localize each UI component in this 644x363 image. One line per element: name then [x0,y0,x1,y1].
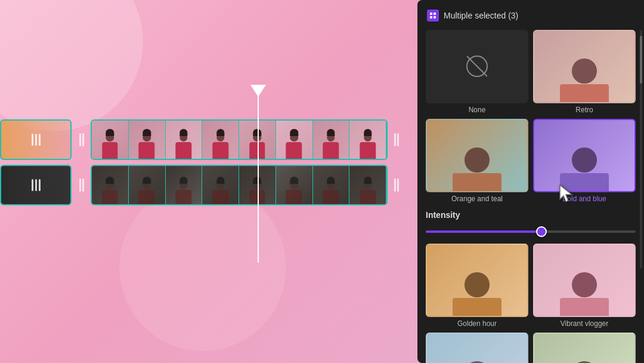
intensity-slider-container[interactable] [426,226,636,238]
frame-1-8 [349,121,386,159]
track-2-main[interactable] [91,165,388,205]
filter-grid: None Retro [426,30,636,203]
track-2-handle[interactable] [0,165,72,205]
track-2-frames [92,166,386,204]
filter-thumb-more2 [533,333,636,363]
frame-2-1 [92,166,129,204]
filter-golden-hour[interactable]: Golden hour [426,244,528,328]
intensity-slider-track [426,230,636,233]
track-1-handle-icon [32,134,41,146]
panel-title: Multiple selected (3) [444,11,518,20]
filter-label-vibrant-vlogger: Vibrant vlogger [561,319,609,328]
frame-1-1 [92,121,129,159]
track-1-frames [92,121,386,159]
filter-retro[interactable]: Retro [533,30,636,114]
filter-thumb-retro [533,30,636,103]
filter-label-golden-hour: Golden hour [457,319,497,328]
filter-panel: Multiple selected (3) None [417,0,644,363]
panel-scrollbar-thumb [640,36,642,84]
playhead-head [250,85,266,97]
filter-none[interactable]: None [426,30,528,114]
panel-header-icon [427,10,439,21]
frame-2-7 [313,166,350,204]
panel-header: Multiple selected (3) [417,0,644,30]
frame-1-2 [129,121,166,159]
filter-bold-blue[interactable]: Bold and blue [533,119,636,203]
track-1 [0,119,405,160]
frame-1-6 [276,121,313,159]
filter-label-none: None [469,106,486,114]
none-icon [466,56,488,77]
track-2 [0,165,405,205]
intensity-section: Intensity [426,203,636,244]
filter-thumb-vibrant-vlogger [533,244,636,317]
track-1-main[interactable] [91,119,388,160]
svg-rect-0 [430,13,432,15]
filter-thumb-more1 [426,333,528,363]
filter-thumb-golden-hour [426,244,528,317]
track-2-left-handle[interactable] [73,165,91,205]
track-2-handle-icon [32,179,41,191]
track-2-right-handle[interactable] [388,165,405,205]
frame-2-3 [166,166,203,204]
panel-scroll-area[interactable]: None Retro [417,30,644,363]
tracks-container [0,119,405,210]
frame-1-4 [202,121,239,159]
frame-2-6 [276,166,313,204]
frame-1-7 [313,121,350,159]
intensity-slider-fill [426,230,541,233]
filter-more2[interactable]: Fresh [533,333,636,363]
filter-thumb-orange-teal [426,119,528,192]
filter-label-retro: Retro [575,106,593,114]
filter-grid-2: Golden hour Vibrant vlogger [426,244,636,363]
playhead[interactable] [258,96,259,263]
cursor-pointer [559,184,575,205]
frame-2-2 [129,166,166,204]
filter-thumb-none [426,30,528,103]
frame-1-3 [166,121,203,159]
track-1-right-handle[interactable] [388,119,405,160]
frame-2-8 [349,166,386,204]
panel-scrollbar[interactable] [640,30,642,269]
filter-orange-teal[interactable]: Orange and teal [426,119,528,203]
svg-rect-3 [434,16,436,19]
intensity-label: Intensity [426,210,636,220]
svg-rect-1 [434,13,436,15]
track-1-left-handle[interactable] [73,119,91,160]
timeline-area [0,0,405,363]
filter-vibrant-vlogger[interactable]: Vibrant vlogger [533,244,636,328]
svg-marker-4 [560,185,572,202]
intensity-slider-thumb[interactable] [536,226,547,237]
track-1-handle[interactable] [0,119,72,160]
frame-2-4 [202,166,239,204]
filter-label-orange-teal: Orange and teal [451,195,503,203]
filter-thumb-bold-blue [533,119,636,192]
svg-rect-2 [430,16,432,19]
filter-more1[interactable]: Cinematic [426,333,528,363]
